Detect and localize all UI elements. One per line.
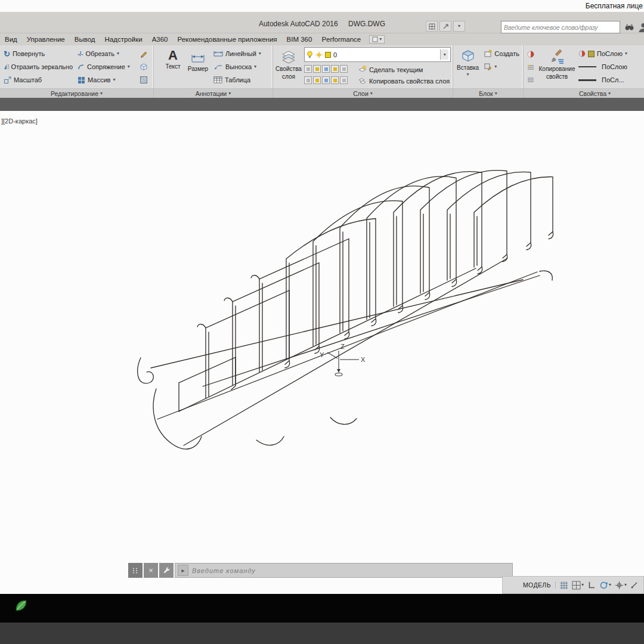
command-close-button[interactable]: × — [144, 563, 158, 578]
leader-button[interactable]: Выноска ▾ — [212, 60, 270, 73]
grid-view-button[interactable] — [426, 21, 438, 32]
layer-combo[interactable]: 0 ▾ — [304, 47, 451, 62]
color-control[interactable]: ПоСлою ▾ — [578, 48, 644, 60]
layer-tool-icon[interactable] — [304, 76, 312, 84]
menu-tab-Вывод[interactable]: Вывод — [70, 34, 100, 45]
linear-button[interactable]: Линейный ▾ — [212, 47, 270, 60]
snap-mode-toggle[interactable]: ▾ — [572, 581, 584, 590]
hatch-tool-button[interactable] — [140, 76, 148, 84]
taskbar-app-button[interactable] — [14, 599, 29, 613]
layer-combo-value: 0 — [333, 51, 337, 58]
layer-tool-strips — [304, 64, 357, 86]
menu-tab-BIM 360[interactable]: BIM 360 — [282, 34, 317, 45]
layer-tool-icon[interactable] — [340, 76, 348, 84]
lineweight-control[interactable]: ПоСл... — [578, 74, 644, 86]
search-binoculars-button[interactable] — [624, 23, 634, 31]
panel-label-annotation[interactable]: Аннотации ▾ — [154, 88, 273, 98]
ortho-mode-toggle[interactable] — [587, 581, 596, 589]
layer-tool-icon[interactable] — [331, 76, 339, 84]
menu-tab-Вид[interactable]: Вид — [0, 34, 22, 45]
drawing-canvas[interactable]: ][2D-каркас] Z X Y — [0, 111, 644, 594]
linetype-control[interactable]: ПоСлою — [578, 61, 644, 73]
search-placeholder: Введите ключевое слово/фразу — [504, 24, 617, 31]
layer-commands: Сделать текущим Копировать свойства слоя — [357, 64, 451, 86]
wireframe-path — [527, 243, 531, 250]
dimension-button[interactable]: Размер — [186, 47, 210, 86]
wireframe-path — [224, 298, 233, 302]
menu-tab-Управление[interactable]: Управление — [22, 34, 70, 45]
model-space-button[interactable]: МОДЕЛЬ — [523, 581, 556, 589]
panel-label-edit[interactable]: Редактирование ▾ — [0, 88, 153, 98]
panel-label-properties[interactable]: Свойства ▾ — [524, 88, 644, 98]
binoculars-icon — [624, 23, 634, 31]
array-button[interactable]: Массив ▾ — [76, 73, 134, 86]
create-block-button[interactable]: Создать — [482, 47, 521, 60]
menu-tab-Надстройки[interactable]: Надстройки — [100, 34, 147, 45]
layer-properties-button[interactable]: Свойства слоя — [275, 47, 302, 86]
toolbar-menu-button[interactable]: ▾ — [453, 21, 465, 32]
wireframe-path — [197, 324, 206, 328]
sun-icon — [315, 51, 323, 58]
close-icon: × — [148, 566, 153, 575]
rotate-button[interactable]: ↻ Повернуть — [2, 47, 74, 60]
block-edit-button[interactable]: ▾ — [482, 60, 521, 73]
layer-tool-icon[interactable] — [322, 65, 330, 73]
edit-col-2: -/- Обрезать ▾ Сопряжение ▾ Массив ▾ — [76, 47, 134, 86]
command-grip-handle[interactable] — [128, 563, 143, 578]
layer-tool-icon[interactable] — [322, 76, 330, 84]
ribbon-options-button[interactable]: ▾ — [369, 35, 385, 44]
menu-tab-Рекомендованные приложения[interactable]: Рекомендованные приложения — [173, 34, 282, 45]
layer-strip-row-2[interactable] — [304, 76, 357, 85]
panel-label-block[interactable]: Блок ▾ — [453, 88, 523, 98]
lineweight-toggle[interactable] — [630, 581, 639, 589]
cube-tool-button[interactable] — [140, 63, 148, 71]
chevron-down-icon: ▾ — [458, 24, 460, 29]
layer-color-swatch — [325, 52, 331, 58]
layer-tool-icon[interactable] — [313, 76, 321, 84]
chevron-down-icon: ▾ — [444, 52, 446, 57]
fillet-button[interactable]: Сопряжение ▾ — [76, 60, 134, 73]
linetype-value: ПоСлою — [602, 63, 627, 70]
signin-button[interactable] — [638, 22, 644, 33]
scale-button[interactable]: Масштаб — [2, 73, 74, 86]
menu-tab-Performance[interactable]: Performance — [317, 34, 366, 45]
make-current-button[interactable]: Сделать текущим — [357, 64, 451, 75]
list-tool-button-2[interactable] — [527, 77, 534, 83]
mirror-icon — [4, 63, 9, 70]
trim-label: Обрезать — [85, 50, 114, 57]
expand-button[interactable] — [439, 21, 451, 32]
list-tool-button[interactable] — [527, 64, 534, 70]
draw-pencil-button[interactable] — [140, 49, 148, 58]
edit-col-1: ↻ Повернуть Отразить зеркально Масштаб — [2, 47, 74, 86]
command-recent-button[interactable]: ▸ — [178, 565, 188, 576]
create-block-icon — [484, 49, 492, 58]
layer-tool-icon[interactable] — [304, 65, 312, 73]
layer-tool-icon[interactable] — [340, 65, 348, 73]
command-tools-button[interactable] — [159, 563, 174, 578]
isodraft-toggle[interactable]: ▾ — [599, 581, 611, 590]
layer-tool-icon[interactable] — [331, 65, 339, 73]
grid-display-toggle[interactable] — [559, 581, 568, 590]
mirror-button[interactable]: Отразить зеркально — [2, 60, 74, 73]
snap-grid-icon — [572, 581, 581, 590]
wireframe-path — [425, 293, 430, 300]
layer-strip-row-1[interactable] — [304, 65, 357, 74]
search-input[interactable]: Введите ключевое слово/фразу — [501, 21, 620, 33]
document-title: DWG.DWG — [348, 20, 385, 28]
panel-label-layers[interactable]: Слои ▾ — [273, 88, 453, 98]
text-button[interactable]: A Текст — [162, 47, 184, 86]
table-button[interactable]: Таблица — [212, 73, 270, 86]
grid-display-icon — [559, 581, 568, 590]
color-sphere-button[interactable] — [527, 51, 534, 58]
match-layer-button[interactable]: Копировать свойства слоя — [357, 75, 451, 86]
layer-combo-dropdown[interactable]: ▾ — [440, 49, 448, 60]
trim-button[interactable]: -/- Обрезать ▾ — [76, 47, 134, 60]
layer-tool-icon[interactable] — [313, 65, 321, 73]
match-properties-button[interactable]: Копирование свойств — [538, 47, 576, 86]
menu-tab-A360[interactable]: A360 — [147, 34, 173, 45]
osnap-toggle[interactable]: ▾ — [615, 581, 627, 590]
wireframe-path — [330, 417, 357, 425]
insert-block-button[interactable]: Вставка ▾ — [456, 47, 480, 86]
command-input[interactable]: ▸ Введите команду — [175, 563, 513, 578]
ribbon: ↻ Повернуть Отразить зеркально Масштаб -… — [0, 45, 644, 98]
